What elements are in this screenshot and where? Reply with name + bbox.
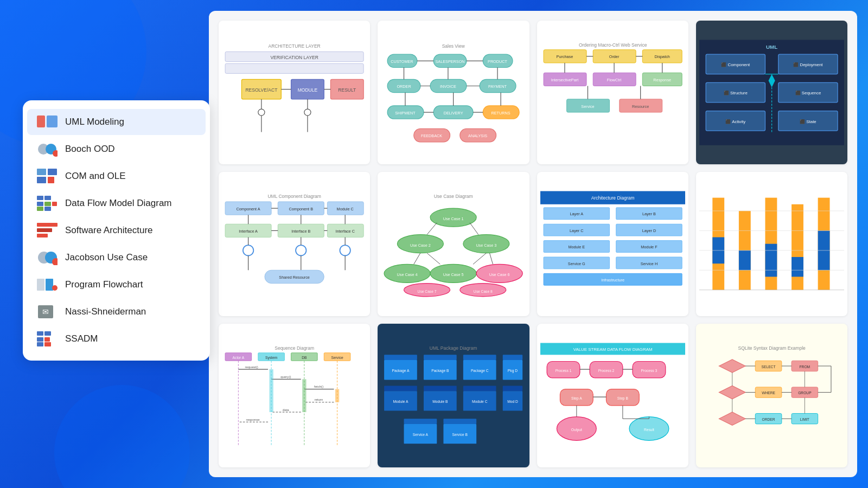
svg-text:FEEDBACK: FEEDBACK xyxy=(421,133,442,138)
sidebar-item-booch-ood[interactable]: Booch OOD xyxy=(27,136,206,162)
svg-text:ANALYSIS: ANALYSIS xyxy=(468,133,487,138)
svg-text:Service G: Service G xyxy=(567,261,585,266)
svg-text:PAYMENT: PAYMENT xyxy=(488,84,507,89)
svg-rect-272 xyxy=(444,419,477,424)
svg-text:Layer C: Layer C xyxy=(570,228,583,233)
svg-text:query(): query() xyxy=(280,375,291,378)
svg-rect-16 xyxy=(37,223,58,227)
svg-rect-9 xyxy=(37,196,43,200)
svg-text:Architecture Diagram: Architecture Diagram xyxy=(591,196,634,201)
svg-text:Layer D: Layer D xyxy=(642,228,655,233)
sidebar-label-ssadm: SSADM xyxy=(65,333,98,344)
sidebar-item-software-arch[interactable]: Software Architecture xyxy=(27,217,206,243)
svg-text:Component B: Component B xyxy=(289,207,314,211)
svg-rect-10 xyxy=(44,196,51,200)
data-flow-icon xyxy=(37,196,58,211)
svg-text:ORDER: ORDER xyxy=(762,417,775,421)
svg-text:Package B: Package B xyxy=(431,369,449,373)
sidebar-label-nassi: Nassi-Shneiderman xyxy=(65,306,146,317)
svg-text:Package A: Package A xyxy=(392,369,410,373)
svg-text:⬛ Sequence: ⬛ Sequence xyxy=(795,90,821,95)
sidebar-item-com-and-ole[interactable]: COM and OLE xyxy=(27,163,206,189)
svg-rect-28 xyxy=(44,331,51,336)
svg-text:RESOLVE/ACT: RESOLVE/ACT xyxy=(245,87,277,93)
svg-text:Actor A: Actor A xyxy=(233,355,245,359)
svg-rect-207 xyxy=(739,251,751,270)
sidebar-label-jacobson: Jacobson Use Case xyxy=(65,252,148,263)
card-use-case[interactable]: Use Case Diagram Use Case 1 Use Case 2 U… xyxy=(378,172,529,316)
svg-text:LIMIT: LIMIT xyxy=(800,417,809,421)
svg-line-177 xyxy=(414,253,420,265)
svg-rect-32 xyxy=(44,342,51,346)
svg-rect-27 xyxy=(37,331,43,336)
svg-text:Use Case 5: Use Case 5 xyxy=(443,273,464,278)
svg-text:FROM: FROM xyxy=(799,364,810,368)
svg-text:Use Case Diagram: Use Case Diagram xyxy=(434,194,473,199)
svg-text:SQLite Syntax Diagram Example: SQLite Syntax Diagram Example xyxy=(738,345,806,350)
svg-text:Step B: Step B xyxy=(617,396,628,401)
svg-text:⬛ Component: ⬛ Component xyxy=(721,62,750,67)
svg-rect-1 xyxy=(47,115,58,127)
svg-rect-5 xyxy=(37,169,46,175)
main-content: ARCHITECTURE LAYER VERIFICATION LAYER RE… xyxy=(209,11,857,477)
svg-text:MODULE: MODULE xyxy=(298,87,318,93)
card-sqlite-diagram[interactable]: SQLite Syntax Diagram Example SELECT FRO… xyxy=(696,324,847,467)
sidebar-item-program-flowchart[interactable]: Program Flowchart xyxy=(27,272,206,298)
svg-text:Purchase: Purchase xyxy=(556,54,573,59)
card-uml-component[interactable]: UML Component Diagram Component A Compon… xyxy=(219,172,370,316)
sidebar: UML Modeling Booch OOD COM and OLE xyxy=(23,100,210,361)
svg-rect-0 xyxy=(37,115,45,127)
sidebar-label-softarch: Software Architecture xyxy=(65,225,153,236)
svg-rect-241 xyxy=(269,369,273,412)
card-ordering-diagram[interactable]: Ordering Macro-Ctrl Web Service Purchase… xyxy=(537,21,688,164)
svg-text:UML: UML xyxy=(766,44,777,50)
sidebar-item-ssadm[interactable]: SSADM xyxy=(27,326,206,352)
svg-text:RESULT: RESULT xyxy=(338,87,356,93)
sidebar-item-data-flow[interactable]: Data Flow Model Diagram xyxy=(27,190,206,216)
svg-rect-243 xyxy=(335,389,339,402)
card-blue-header-diagram[interactable]: Architecture Diagram Layer A Layer B Lay… xyxy=(537,172,688,316)
svg-rect-22 xyxy=(37,279,44,291)
sidebar-item-nassi[interactable]: ✉ Nassi-Shneiderman xyxy=(27,299,206,325)
svg-rect-14 xyxy=(37,207,43,211)
sidebar-label-com: COM and OLE xyxy=(65,171,126,182)
svg-rect-29 xyxy=(37,337,43,342)
svg-text:request(): request() xyxy=(245,365,258,368)
svg-text:CUSTOMER: CUSTOMER xyxy=(391,59,413,64)
svg-text:VERIFICATION LAYER: VERIFICATION LAYER xyxy=(270,55,318,60)
sidebar-label-booch: Booch OOD xyxy=(65,144,115,155)
svg-line-175 xyxy=(427,223,437,235)
svg-line-179 xyxy=(473,253,486,265)
svg-text:data: data xyxy=(283,408,289,411)
sidebar-label-uml: UML Modeling xyxy=(65,117,124,127)
card-sequence-diagram[interactable]: Sequence Diagram Actor A System DB Servi… xyxy=(219,324,370,467)
svg-point-48 xyxy=(304,109,311,115)
svg-text:Use Case 6: Use Case 6 xyxy=(489,273,510,278)
card-collaboration-diagram[interactable]: Sales View CUSTOMER SALESPERSON PRODUCT … xyxy=(378,21,529,164)
svg-text:Service: Service xyxy=(581,104,594,109)
svg-text:Module B: Module B xyxy=(432,400,448,403)
svg-rect-254 xyxy=(503,355,522,360)
svg-text:Module C: Module C xyxy=(337,207,354,211)
svg-text:Result: Result xyxy=(643,428,654,432)
svg-text:⬛ Structure: ⬛ Structure xyxy=(723,90,748,95)
sidebar-item-jacobson[interactable]: Jacobson Use Case xyxy=(27,245,206,271)
svg-text:SHIPMENT: SHIPMENT xyxy=(395,111,416,115)
svg-text:Use Case 7: Use Case 7 xyxy=(418,290,437,293)
sidebar-item-uml-modeling[interactable]: UML Modeling xyxy=(27,109,206,135)
card-package-diagram[interactable]: UML Package Diagram Package A Package B … xyxy=(378,324,529,467)
svg-text:UML Package Diagram: UML Package Diagram xyxy=(430,345,477,350)
card-component-diagram[interactable]: ARCHITECTURE LAYER VERIFICATION LAYER RE… xyxy=(219,21,370,164)
svg-point-150 xyxy=(296,245,306,255)
svg-rect-17 xyxy=(37,228,52,232)
svg-text:PRODUCT: PRODUCT xyxy=(488,59,507,64)
svg-text:Package C: Package C xyxy=(471,369,489,373)
svg-rect-260 xyxy=(424,386,457,391)
svg-point-153 xyxy=(340,245,350,255)
svg-text:Shared Resource: Shared Resource xyxy=(279,275,310,280)
card-value-stream[interactable]: VALUE STREAM DATA FLOW DIAGRAM Process 1… xyxy=(537,324,688,467)
sidebar-label-dataflow: Data Flow Model Diagram xyxy=(65,198,172,209)
card-uml-dark[interactable]: UML ⬛ Component ⬛ Deployment ⬛ Structure… xyxy=(696,21,847,164)
nassi-icon: ✉ xyxy=(37,304,58,319)
card-gantt-chart[interactable] xyxy=(696,172,847,316)
